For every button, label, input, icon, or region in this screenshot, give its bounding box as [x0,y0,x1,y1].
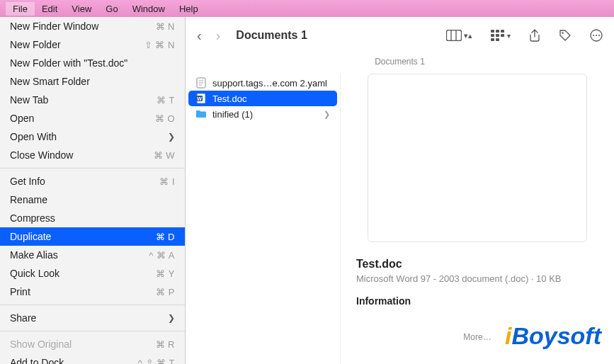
more-button[interactable] [590,29,603,42]
shortcut-label: ^ ⇧ ⌘ T [138,358,175,365]
preview-section-heading: Information [356,295,598,307]
file-item[interactable]: WTest.doc [188,91,337,106]
file-name-label: tinified (1) [212,109,253,120]
menubar-item-view[interactable]: View [64,2,98,16]
svg-rect-9 [491,38,494,41]
menu-item-show-original: Show Original⌘ R [0,335,185,353]
menu-item-add-to-dock[interactable]: Add to Dock^ ⇧ ⌘ T [0,353,185,364]
file-item[interactable]: support.tags…e.com 2.yaml [188,75,337,91]
menu-item-new-finder-window[interactable]: New Finder Window⌘ N [0,17,185,35]
svg-point-11 [562,32,563,33]
finder-window: ‹ › Documents 1 ▾▴ ▾ Documents 1 [186,17,614,364]
menu-item-compress[interactable]: Compress [0,209,185,227]
menu-item-duplicate[interactable]: Duplicate⌘ D [0,227,185,246]
menu-item-new-folder-with-test-doc-[interactable]: New Folder with "Test.doc" [0,54,185,72]
shortcut-label: ⌘ N [156,21,176,32]
svg-point-14 [596,35,597,36]
svg-rect-3 [491,30,494,33]
menu-separator [0,305,185,305]
preview-pane: Test.doc Microsoft Word 97 - 2003 docume… [340,74,614,364]
watermark-logo: iBoysoft [505,322,601,350]
menu-item-new-smart-folder[interactable]: New Smart Folder [0,72,185,91]
path-bar: Documents 1 [186,54,614,74]
svg-text:W: W [197,96,202,101]
shortcut-label: ⌘ T [157,95,175,106]
svg-rect-10 [496,38,499,41]
shortcut-label: ⌘ Y [156,268,175,279]
svg-rect-6 [491,34,494,37]
svg-point-13 [593,35,594,36]
window-title: Documents 1 [236,29,436,42]
menubar-item-help[interactable]: Help [172,2,205,16]
preview-subtitle: Microsoft Word 97 - 2003 document (.doc)… [356,273,598,284]
menu-separator [0,168,185,169]
shortcut-label: ⌘ R [156,339,176,350]
shortcut-label: ⌘ I [159,176,175,187]
menu-item-quick-look[interactable]: Quick Look⌘ Y [0,264,185,283]
share-button[interactable] [529,29,540,42]
preview-thumbnail [368,74,587,242]
menu-item-print[interactable]: Print⌘ P [0,283,185,301]
file-name-label: support.tags…e.com 2.yaml [212,78,327,89]
menu-item-get-info[interactable]: Get Info⌘ I [0,172,185,190]
menu-item-close-window[interactable]: Close Window⌘ W [0,146,185,164]
svg-rect-5 [501,30,504,33]
file-menu-dropdown: New Finder Window⌘ NNew Folder⇧ ⌘ NNew F… [0,17,186,364]
menu-item-new-tab[interactable]: New Tab⌘ T [0,91,185,109]
preview-filename: Test.doc [356,258,598,271]
menu-item-share[interactable]: Share❯ [0,309,185,327]
menu-item-open-with[interactable]: Open With❯ [0,127,185,146]
forward-button[interactable]: › [216,28,221,44]
menubar-item-go[interactable]: Go [98,2,125,16]
svg-rect-7 [496,34,499,37]
file-item[interactable]: tinified (1)❯ [188,106,337,122]
menubar: File Edit View Go Window Help [0,0,614,17]
chevron-right-icon: ❯ [168,132,175,142]
svg-rect-8 [501,34,504,37]
file-list: support.tags…e.com 2.yamlWTest.doctinifi… [186,74,340,364]
menu-separator [0,331,185,331]
menubar-item-file[interactable]: File [6,2,35,16]
chevron-right-icon: ❯ [324,110,330,119]
shortcut-label: ⌘ W [154,150,175,161]
menubar-item-edit[interactable]: Edit [35,2,64,16]
toolbar: ‹ › Documents 1 ▾▴ ▾ [186,17,614,54]
menu-item-open[interactable]: Open⌘ O [0,109,185,127]
menu-item-new-folder[interactable]: New Folder⇧ ⌘ N [0,35,185,54]
folder-icon [195,108,207,120]
tags-button[interactable] [559,29,572,42]
menubar-item-window[interactable]: Window [125,2,172,16]
back-button[interactable]: ‹ [197,28,202,44]
menu-item-rename[interactable]: Rename [0,190,185,209]
shortcut-label: ⇧ ⌘ N [144,40,175,50]
doc-icon [195,77,207,89]
shortcut-label: ^ ⌘ A [149,250,175,261]
file-name-label: Test.doc [212,93,246,104]
group-button[interactable]: ▾ [491,30,511,41]
shortcut-label: ⌘ O [155,113,175,124]
chevron-right-icon: ❯ [168,313,175,323]
view-mode-button[interactable]: ▾▴ [446,30,472,41]
svg-rect-4 [496,30,499,33]
shortcut-label: ⌘ P [156,287,175,297]
menu-item-make-alias[interactable]: Make Alias^ ⌘ A [0,246,185,264]
shortcut-label: ⌘ D [156,232,176,242]
svg-rect-0 [447,30,462,41]
svg-point-15 [598,35,600,36]
word-icon: W [195,93,207,104]
